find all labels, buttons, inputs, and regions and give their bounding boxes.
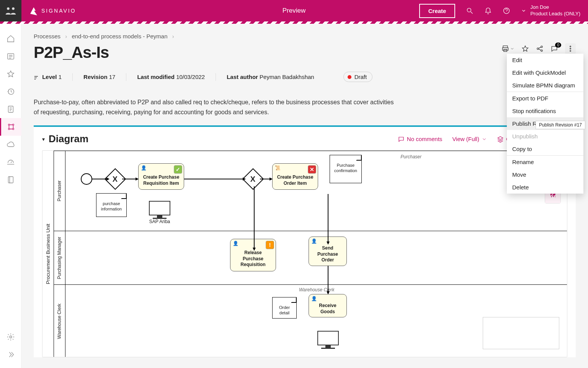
data-object: purchase information — [96, 193, 127, 217]
rail-star-icon[interactable] — [0, 65, 21, 83]
svg-point-1 — [12, 7, 15, 10]
user-icon: 👤 — [311, 296, 317, 302]
main-content: Processes › end-to-end process models - … — [21, 24, 588, 368]
svg-rect-11 — [8, 177, 13, 183]
left-rail — [0, 24, 21, 368]
menu-delete[interactable]: Delete — [507, 181, 583, 194]
svg-point-20 — [570, 48, 571, 49]
author-meta: Last author Peyman Badakhshan — [227, 74, 314, 80]
chevron-right-icon: › — [65, 33, 67, 39]
menu-edit-quickmodel[interactable]: Edit with QuickModel — [507, 66, 583, 79]
svg-point-18 — [541, 50, 542, 51]
rail-diagrams-icon[interactable] — [0, 118, 21, 136]
status-badge: Draft — [343, 72, 373, 82]
menu-move[interactable]: Move — [507, 168, 583, 181]
system-node: SAP Ariba — [149, 201, 170, 224]
start-event — [81, 173, 92, 185]
create-button[interactable]: Create — [419, 4, 456, 18]
page-mode-label: Preview — [283, 7, 305, 15]
title-row: P2P_As-Is 0 — [34, 43, 576, 62]
panel-title: Diagram — [49, 133, 88, 145]
data-object: Order detail — [272, 297, 297, 319]
svg-point-17 — [541, 46, 542, 48]
check-icon: ✓ — [174, 165, 182, 174]
panel-header: ▾ Diagram No comments View (Full) Overla… — [42, 133, 567, 145]
user-icon: 👤 — [311, 238, 317, 245]
lane-purchaser: Purchaser Purchaser X 👤 ✓ Create Purchas… — [54, 151, 567, 231]
user-role: Product Leads (ONLY) — [530, 11, 580, 17]
share-button[interactable] — [536, 45, 544, 53]
rail-home-icon[interactable] — [0, 30, 21, 48]
page-actions: 0 — [501, 43, 576, 54]
user-menu[interactable]: Jon Doe Product Leads (ONLY) — [521, 4, 580, 17]
lane-manager: Purchasing Manager 👤 ! Release Purchase … — [54, 231, 567, 285]
breadcrumb: Processes › end-to-end process models - … — [34, 33, 576, 39]
svg-rect-13 — [503, 46, 508, 48]
close-icon: ✕ — [308, 165, 316, 174]
modified-meta: Last modified 10/03/2022 — [137, 74, 205, 80]
svg-point-7 — [8, 124, 10, 126]
svg-point-10 — [8, 128, 10, 130]
task-release-pr[interactable]: 👤 ! Release Purchase Requisition — [230, 239, 276, 271]
meta-row: Level 1 Revision 17 Last modified 10/03/… — [34, 72, 576, 87]
favorite-button[interactable] — [521, 45, 529, 53]
svg-point-16 — [537, 48, 539, 49]
svg-point-2 — [467, 8, 471, 12]
page-title: P2P_As-Is — [34, 43, 109, 62]
script-icon: 📜 — [275, 165, 281, 171]
menu-rename[interactable]: Rename — [507, 156, 583, 168]
rail-book-icon[interactable] — [0, 171, 21, 189]
menu-simulate[interactable]: Simulate BPMN diagram — [507, 79, 583, 92]
user-icon: 👤 — [233, 241, 238, 247]
chevron-right-icon: › — [172, 33, 174, 39]
bell-icon[interactable] — [480, 2, 497, 19]
system-node — [317, 331, 339, 349]
svg-point-8 — [13, 124, 14, 126]
comments-link[interactable]: No comments — [398, 136, 443, 143]
svg-point-19 — [570, 46, 571, 47]
svg-point-21 — [570, 51, 571, 52]
task-create-pri[interactable]: 👤 ✓ Create Purchase Requisition Item — [138, 163, 184, 190]
topbar-right: Create Jon Doe Product Leads (ONLY) — [419, 2, 588, 19]
breadcrumb-root[interactable]: Processes — [34, 33, 60, 39]
warning-icon: ! — [266, 241, 274, 249]
rail-dashboard-icon[interactable] — [0, 153, 21, 171]
rail-history-icon[interactable] — [0, 83, 21, 100]
more-button[interactable] — [565, 43, 576, 54]
svg-point-9 — [13, 128, 14, 130]
data-object: Purchase confirmation — [330, 155, 362, 183]
revision-meta: Revision 17 — [83, 74, 115, 80]
rail-settings-icon[interactable] — [0, 328, 21, 346]
status-dot-icon — [348, 75, 351, 79]
breadcrumb-item[interactable]: end-to-end process models - Peyman — [72, 33, 167, 39]
rail-cloud-icon[interactable] — [0, 136, 21, 153]
menu-edit[interactable]: Edit — [507, 54, 583, 66]
rail-expand-icon[interactable] — [0, 346, 21, 363]
org-icon[interactable] — [0, 0, 21, 21]
collapse-icon[interactable]: ▾ — [42, 136, 45, 142]
menu-unpublish: Unpublish — [507, 130, 583, 143]
top-bar: SIGNAVIO Preview Create Jon Doe Product … — [0, 0, 588, 21]
task-create-poi[interactable]: 📜 ✕ Create Purchase Order Item — [272, 163, 318, 190]
rail-tasks-icon[interactable] — [0, 100, 21, 118]
menu-stop-notifications[interactable]: Stop notifications — [507, 105, 583, 117]
brand-logo[interactable]: SIGNAVIO — [21, 6, 84, 15]
print-button[interactable] — [501, 45, 514, 53]
user-icon: 👤 — [141, 165, 147, 171]
help-icon[interactable] — [498, 2, 515, 19]
brand-text: SIGNAVIO — [41, 8, 76, 14]
task-receive-goods[interactable]: 👤 Receive Goods — [309, 294, 347, 317]
menu-copy-to[interactable]: Copy to — [507, 143, 583, 155]
description: Purchase-to-pay, often abbreviated to P2… — [34, 97, 397, 117]
diagram-panel: ▾ Diagram No comments View (Full) Overla… — [34, 125, 576, 357]
diagram-canvas[interactable]: Procurement Business Unit Purchaser Purc… — [42, 150, 567, 357]
search-icon[interactable] — [461, 2, 478, 19]
comments-button[interactable]: 0 — [550, 45, 558, 53]
view-dropdown[interactable]: View (Full) — [452, 136, 487, 142]
rail-news-icon[interactable] — [0, 48, 21, 65]
svg-point-0 — [7, 7, 10, 10]
tooltip: Publish Revision #17 — [536, 121, 585, 129]
menu-export-pdf[interactable]: Export to PDF — [507, 92, 583, 105]
minimap[interactable] — [483, 317, 559, 349]
svg-rect-14 — [503, 48, 508, 51]
